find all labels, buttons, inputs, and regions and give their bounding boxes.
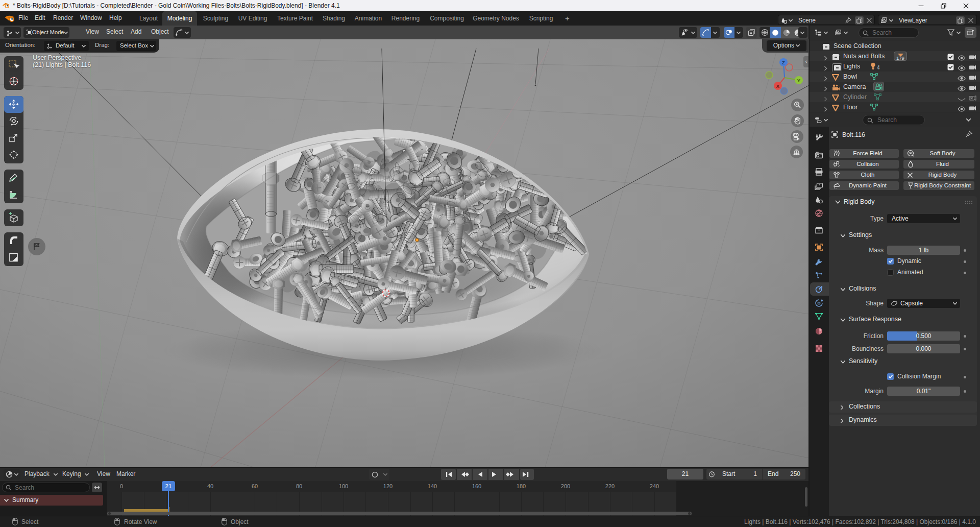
svg-text:Y: Y — [797, 78, 801, 83]
svg-text:Z: Z — [782, 60, 785, 65]
svg-text:X: X — [776, 83, 780, 89]
